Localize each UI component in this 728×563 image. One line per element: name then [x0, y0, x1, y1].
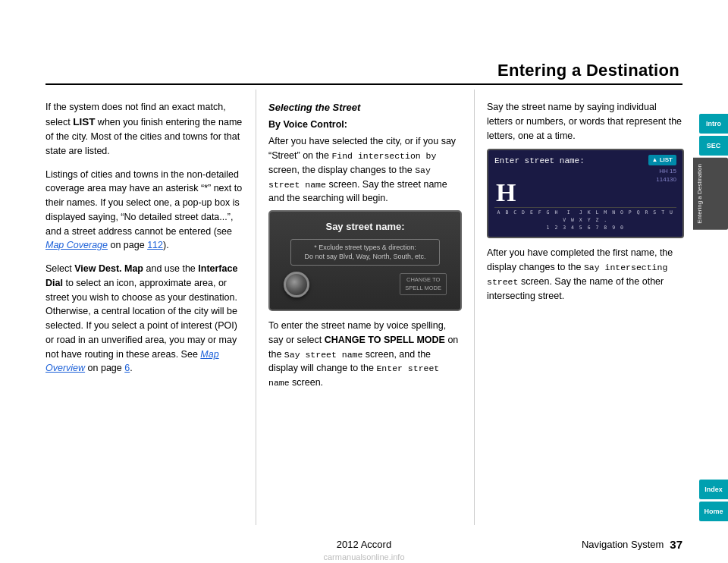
page-6-link[interactable]: 6 [124, 363, 130, 373]
page-title-bar: Entering a Destination [497, 61, 679, 80]
map-overview-link[interactable]: Map Overview [46, 349, 219, 374]
es-kbd-row: A B C D E F G H I J K L M N O P Q R S T … [494, 209, 676, 225]
es-screen-title: Enter street name: [494, 155, 585, 168]
es-keyboard-divider [494, 207, 676, 208]
footer-center: 2012 Accord [258, 539, 470, 550]
sidebar-tab-intro[interactable]: Intro [699, 114, 728, 134]
right-column: Say the street name by saying individual… [475, 90, 684, 525]
es-num-row: 1 2 3 4 5 6 7 8 9 0 [494, 225, 676, 232]
right-para1: Say the street name by saying individual… [487, 100, 684, 143]
left-column: If the system does not find an exact mat… [46, 90, 256, 525]
interface-dial [284, 272, 309, 297]
say-screen-title: Say street name: [325, 219, 404, 234]
tab-home[interactable]: Home [699, 502, 728, 521]
main-content: If the system does not find an exact mat… [46, 90, 684, 525]
sidebar-active-section: Entering a Destination [693, 158, 728, 230]
es-header-row: Enter street name: ▲ LIST [494, 155, 676, 168]
watermark: carmanualsonline.info [0, 552, 728, 561]
change-to-spell-btn: CHANGE TOSPELL MODE [400, 273, 447, 295]
right-para2: After you have completed the first name,… [487, 246, 684, 303]
section-heading: Selecting the Street [268, 100, 462, 115]
say-screen-note: * Exclude street types & direction: Do n… [290, 239, 439, 266]
bottom-tabs: Index Home [689, 480, 728, 521]
left-para3: Select View Dest. Map and use the Interf… [46, 262, 243, 376]
page-title: Entering a Destination [497, 61, 679, 80]
mid-para2: To enter the street name by voice spelli… [268, 319, 462, 390]
enter-street-screen: Enter street name: ▲ LIST HH 15114130 H … [487, 149, 684, 238]
map-coverage-link[interactable]: Map Coverage [46, 240, 108, 250]
say-street-screen: Say street name: * Exclude street types … [268, 210, 462, 311]
title-divider [46, 83, 682, 85]
mid-column: Selecting the Street By Voice Control: A… [256, 90, 475, 525]
left-para1: If the system does not find an exact mat… [46, 100, 243, 159]
es-list-badge: ▲ LIST [648, 155, 676, 165]
page-number: 37 [670, 538, 682, 551]
tab-index[interactable]: Index [699, 480, 728, 499]
footer: 2012 Accord Navigation System 37 [46, 538, 682, 551]
mid-para1: After you have selected the city, or if … [268, 134, 462, 206]
footer-nav-label: Navigation System [582, 539, 664, 550]
page-112-link[interactable]: 112 [147, 240, 163, 250]
footer-right: Navigation System 37 [470, 538, 682, 551]
sidebar: Intro SEC Entering a Destination [689, 114, 728, 230]
sub-heading: By Voice Control: [268, 118, 462, 132]
left-para2: Listings of cities and towns in the non-… [46, 168, 243, 253]
sidebar-tab-sec[interactable]: SEC [699, 136, 728, 156]
say-screen-controls: CHANGE TOSPELL MODE [278, 272, 453, 297]
es-letter-display: H [494, 180, 676, 206]
